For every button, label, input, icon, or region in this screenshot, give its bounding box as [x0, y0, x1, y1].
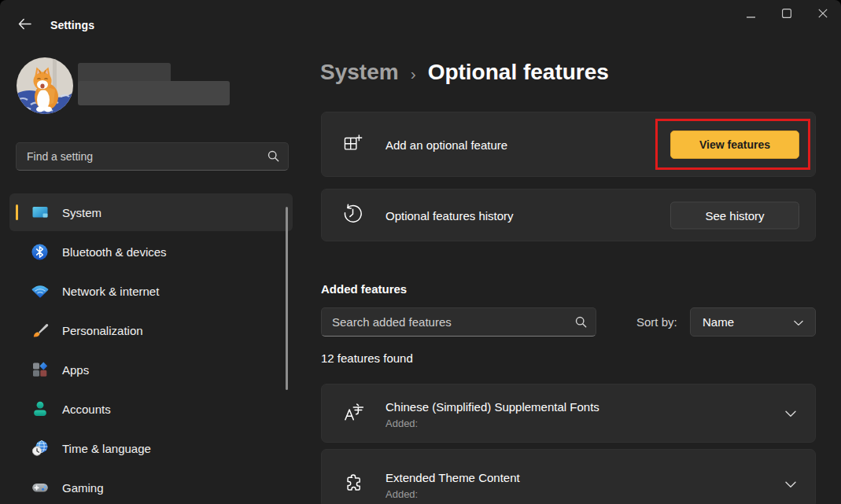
window-controls [732, 0, 841, 28]
breadcrumb: System › Optional features [320, 60, 609, 85]
puzzle-icon [343, 473, 363, 496]
breadcrumb-separator-icon: › [411, 64, 416, 83]
view-features-button[interactable]: View features [670, 131, 799, 159]
cat-avatar-image [17, 57, 73, 114]
sidebar-nav: System Bluetooth & devices Network & int… [9, 193, 293, 504]
back-button[interactable] [13, 13, 36, 37]
maximize-icon [782, 9, 791, 20]
settings-window: Settings [0, 0, 841, 504]
arrow-left-icon [18, 18, 31, 32]
sidebar-item-network-internet[interactable]: Network & internet [9, 272, 293, 310]
maximize-button[interactable] [769, 0, 805, 28]
sidebar-item-time-language[interactable]: Time & language [9, 429, 293, 467]
sidebar-item-gaming[interactable]: Gaming [9, 469, 293, 504]
see-history-button[interactable]: See history [670, 201, 799, 229]
sidebar-item-apps[interactable]: Apps [9, 351, 293, 388]
sort-by-label: Sort by: [636, 315, 677, 329]
feature-added-label: Added: [385, 488, 418, 500]
minimize-icon [747, 9, 755, 20]
chevron-down-icon [794, 315, 803, 329]
close-icon [818, 9, 828, 20]
history-icon [342, 203, 363, 227]
sidebar-item-label: System [62, 206, 101, 219]
avatar [17, 57, 73, 114]
feature-row-extended-theme[interactable]: Extended Theme Content Added: [321, 449, 816, 504]
feature-added-label: Added: [385, 418, 418, 429]
optional-features-history-card: Optional features history See history [321, 189, 816, 241]
time-language-icon [30, 439, 50, 458]
sidebar-item-label: Gaming [62, 481, 104, 495]
selected-accent-bar [16, 204, 18, 220]
feature-row-chinese-fonts[interactable]: Chinese (Simplified) Supplemental Fonts … [321, 384, 816, 443]
find-setting-searchbox [16, 142, 289, 171]
sidebar-item-label: Network & internet [62, 285, 159, 298]
app-title: Settings [50, 19, 94, 31]
sidebar-item-accounts[interactable]: Accounts [9, 390, 293, 428]
feature-title: Extended Theme Content [385, 471, 520, 484]
gaming-icon [30, 478, 50, 498]
sidebar-item-label: Time & language [62, 442, 151, 455]
sidebar-item-personalization[interactable]: Personalization [9, 311, 293, 349]
sidebar-item-bluetooth-devices[interactable]: Bluetooth & devices [9, 233, 293, 270]
sidebar-item-system[interactable]: System [9, 193, 293, 231]
system-icon [30, 203, 50, 223]
sort-dropdown[interactable]: Name [690, 307, 816, 337]
bluetooth-icon [30, 242, 50, 262]
chevron-down-icon[interactable] [785, 407, 796, 421]
network-icon [30, 281, 50, 301]
close-button[interactable] [805, 0, 841, 28]
redacted-user-email [78, 81, 230, 105]
breadcrumb-system-link[interactable]: System [320, 60, 399, 85]
find-setting-input[interactable] [16, 142, 289, 171]
sidebar-item-label: Apps [62, 363, 89, 377]
added-features-searchbox [321, 307, 596, 337]
sidebar-item-label: Bluetooth & devices [62, 245, 167, 259]
features-count: 12 features found [321, 351, 413, 365]
feature-title: Chinese (Simplified) Supplemental Fonts [385, 400, 599, 414]
added-features-heading: Added features [321, 282, 407, 296]
card-label: Optional features history [385, 208, 514, 222]
chevron-down-icon[interactable] [785, 477, 796, 491]
sidebar-item-label: Accounts [62, 403, 111, 416]
titlebar: Settings [0, 0, 841, 38]
sidebar-item-label: Personalization [62, 324, 143, 337]
add-feature-icon [342, 133, 363, 156]
card-label: Add an optional feature [385, 138, 507, 151]
add-optional-feature-card: Add an optional feature View features [321, 112, 816, 177]
added-features-search-input[interactable] [321, 307, 596, 337]
minimize-button[interactable] [732, 0, 769, 28]
page-title: Optional features [428, 60, 609, 85]
apps-icon [30, 360, 50, 380]
cjk-fonts-icon [343, 401, 364, 425]
personalization-icon [30, 321, 50, 340]
sidebar-scrollbar[interactable] [286, 207, 288, 390]
sort-dropdown-value: Name [703, 315, 734, 329]
accounts-icon [30, 399, 50, 419]
